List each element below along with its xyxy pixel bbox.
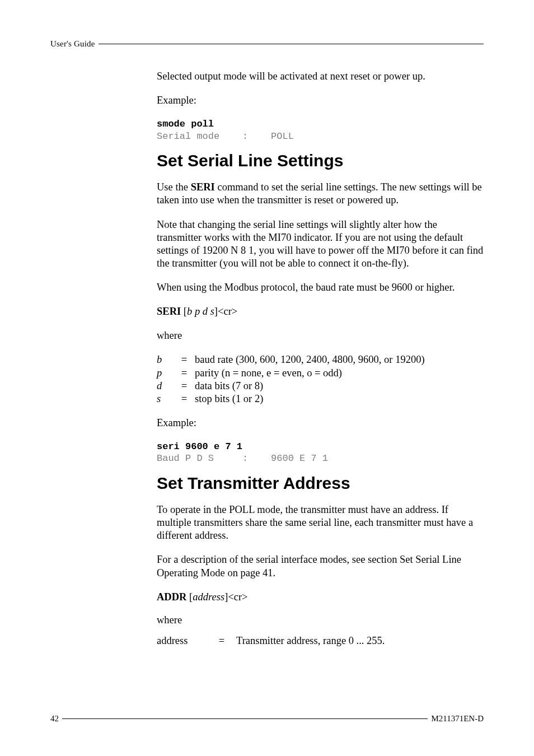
seri-syntax-args: b p d s bbox=[187, 306, 214, 317]
seri-code-user: seri 9600 e 7 1 bbox=[157, 441, 242, 452]
equals-sign: = bbox=[177, 367, 195, 380]
page-number: 42 bbox=[50, 714, 62, 724]
seri-param-desc: data bits (7 or 8) bbox=[195, 380, 428, 393]
footer-rule bbox=[62, 718, 428, 719]
table-row: b = baud rate (300, 600, 1200, 2400, 480… bbox=[157, 353, 428, 366]
seri-param-var: d bbox=[157, 380, 177, 393]
equals-sign: = bbox=[210, 634, 236, 647]
addr-syntax-tail: ]<cr> bbox=[224, 591, 247, 603]
addr-heading: Set Transmitter Address bbox=[157, 473, 484, 494]
table-row: p = parity (n = none, e = even, o = odd) bbox=[157, 367, 428, 380]
intro-example-label: Example: bbox=[157, 94, 484, 107]
seri-syntax-cmd: SERI bbox=[157, 306, 181, 317]
seri-p1-a: Use the bbox=[157, 181, 191, 193]
seri-param-var: b bbox=[157, 353, 177, 366]
table-row: d = data bits (7 or 8) bbox=[157, 380, 428, 393]
footer: 42 M211371EN-D bbox=[50, 714, 484, 724]
addr-paragraph-1: To operate in the POLL mode, the transmi… bbox=[157, 503, 484, 542]
seri-paragraph-1: Use the SERI command to set the serial l… bbox=[157, 181, 484, 207]
addr-params-table: address = Transmitter address, range 0 .… bbox=[157, 634, 388, 647]
seri-param-desc: stop bits (1 or 2) bbox=[195, 393, 428, 405]
seri-p1-cmd: SERI bbox=[191, 181, 215, 193]
addr-syntax: ADDR [address]<cr> bbox=[157, 591, 484, 604]
addr-syntax-cmd: ADDR bbox=[157, 591, 186, 603]
table-row: s = stop bits (1 or 2) bbox=[157, 393, 428, 405]
seri-paragraph-3: When using the Modbus protocol, the baud… bbox=[157, 281, 484, 294]
intro-code-block: smode poll Serial mode : POLL bbox=[157, 118, 484, 142]
addr-param-desc: Transmitter address, range 0 ... 255. bbox=[236, 634, 388, 647]
table-row: address = Transmitter address, range 0 .… bbox=[157, 634, 388, 647]
equals-sign: = bbox=[177, 353, 195, 366]
running-head-rule bbox=[99, 44, 484, 44]
addr-where-label: where bbox=[157, 614, 484, 627]
page: User's Guide Selected output mode will b… bbox=[0, 0, 534, 756]
intro-code-user: smode poll bbox=[157, 119, 214, 129]
equals-sign: = bbox=[177, 393, 195, 405]
addr-param-var: address bbox=[157, 634, 210, 647]
seri-example-label: Example: bbox=[157, 417, 484, 430]
seri-param-var: p bbox=[157, 367, 177, 380]
seri-heading: Set Serial Line Settings bbox=[157, 150, 484, 171]
seri-where-label: where bbox=[157, 329, 484, 342]
addr-paragraph-2: For a description of the serial interfac… bbox=[157, 553, 484, 579]
seri-syntax: SERI [b p d s]<cr> bbox=[157, 305, 484, 318]
running-head: User's Guide bbox=[50, 39, 484, 49]
seri-param-var: s bbox=[157, 393, 177, 405]
seri-code-output: Baud P D S : 9600 E 7 1 bbox=[157, 453, 328, 464]
seri-paragraph-2: Note that changing the serial line setti… bbox=[157, 218, 484, 270]
addr-syntax-arg: address bbox=[193, 591, 224, 603]
seri-params-table: b = baud rate (300, 600, 1200, 2400, 480… bbox=[157, 353, 428, 405]
running-head-label: User's Guide bbox=[50, 39, 99, 49]
equals-sign: = bbox=[177, 380, 195, 393]
intro-code-output: Serial mode : POLL bbox=[157, 131, 294, 142]
seri-param-desc: baud rate (300, 600, 1200, 2400, 4800, 9… bbox=[195, 353, 428, 366]
seri-syntax-tail: ]<cr> bbox=[214, 306, 237, 317]
intro-paragraph: Selected output mode will be activated a… bbox=[157, 70, 484, 83]
seri-code-block: seri 9600 e 7 1 Baud P D S : 9600 E 7 1 bbox=[157, 441, 484, 465]
body-content: Selected output mode will be activated a… bbox=[157, 70, 484, 647]
seri-param-desc: parity (n = none, e = even, o = odd) bbox=[195, 367, 428, 380]
doc-id: M211371EN-D bbox=[428, 714, 484, 724]
